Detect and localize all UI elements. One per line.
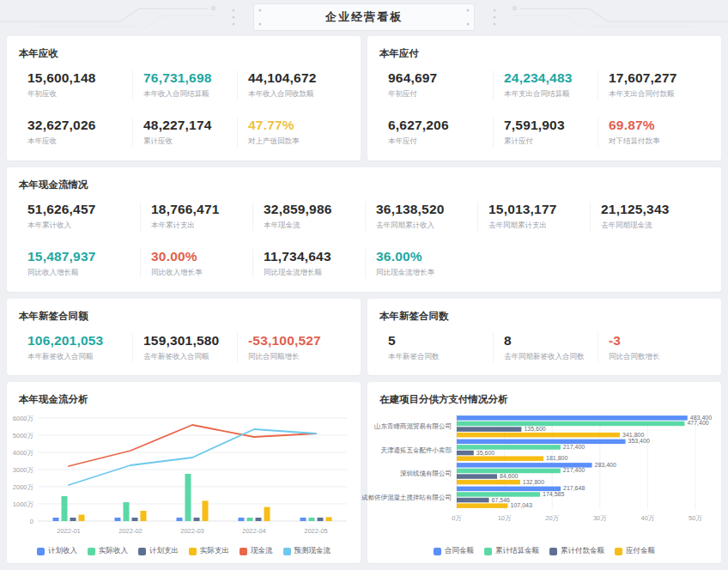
category-label: 深圳线缆有限公司	[400, 470, 452, 477]
stat-item: 18,766,471本年累计支出	[140, 202, 252, 231]
bar-segment	[457, 427, 521, 432]
value-label: 477,400	[687, 420, 708, 426]
legend-label: 计划收入	[48, 546, 77, 556]
stat-label: 本年新签合同数	[388, 352, 493, 362]
legend-item[interactable]: 累计付款金额	[549, 546, 604, 556]
supplier-payment-bar-chart: 0万10万20万30万40万50万山东青瞳商混贸易有限公司483,400477,…	[367, 408, 721, 526]
legend-item[interactable]: 计划支出	[138, 546, 179, 556]
contract-amount-card-title: 本年新签合同额	[7, 299, 361, 323]
bar-segment	[457, 440, 625, 444]
cashflow-chart-canvas: 01000万2000万3000万4000万5000万6000万2022-0120…	[7, 408, 361, 537]
legend-label: 累计结算金额	[495, 546, 539, 556]
contract-amount-stats: 106,201,053本年新签收入合同额159,301,580去年新签收入合同额…	[7, 323, 361, 362]
bar-segment	[194, 518, 200, 521]
bar-segment	[256, 518, 262, 521]
legend-label: 合同金额	[445, 546, 474, 556]
stat-label: 本年现金流	[264, 221, 365, 231]
stat-item: 47.77%对上产值回款率	[237, 118, 342, 147]
value-label: 283,400	[595, 462, 616, 468]
x-axis-label: 2022-02	[118, 527, 143, 535]
y-axis-label: 1000万	[13, 500, 34, 508]
stat-value: 11,734,643	[264, 249, 365, 264]
bar-segment	[203, 500, 209, 521]
legend-item[interactable]: 实际支出	[189, 546, 229, 556]
stat-value: -3	[609, 333, 702, 349]
stat-label: 去年新签收入合同额	[143, 352, 237, 362]
legend-item[interactable]: 预测现金流	[283, 546, 331, 556]
value-label: 132,800	[523, 479, 544, 485]
x-axis-label: 2022-05	[304, 527, 328, 535]
stat-value: 48,227,174	[143, 118, 237, 133]
bar-segment	[318, 518, 324, 521]
stat-value: 47.77%	[248, 118, 342, 133]
legend-item[interactable]: 累计结算金额	[484, 546, 539, 556]
stat-item: 6,627,206本年应付	[388, 118, 493, 147]
bar-segment	[124, 502, 130, 521]
stat-label: 对上产值回款率	[248, 136, 342, 147]
stat-value: 15,487,937	[27, 249, 140, 264]
stat-value: 36.00%	[376, 249, 477, 264]
stat-label: 同比现金流增长率	[376, 268, 477, 278]
card-new-contract-count: 本年新签合同数 5本年新签合同数8去年同期新签收入合同数-3同比合同数增长	[367, 299, 721, 375]
stat-value: 21,125,343	[601, 202, 702, 217]
legend-swatch	[189, 548, 197, 555]
page-title: 企业经营看板	[253, 3, 475, 31]
value-label: 353,400	[628, 438, 649, 444]
bar-segment	[132, 518, 138, 521]
stat-item: 44,104,672本年收入合同收款额	[237, 70, 342, 100]
legend-label: 累计付款金额	[561, 546, 604, 556]
bar-segment	[185, 474, 191, 521]
receivable-stats: 15,600,148年初应收76,731,698本年收入合同结算额44,104,…	[7, 60, 361, 147]
bar-segment	[177, 518, 183, 521]
stat-item: 24,234,483本年支出合同结算额	[493, 70, 598, 100]
x-axis-label: 2022-03	[180, 527, 204, 535]
y-axis-label: 4000万	[13, 449, 34, 457]
value-label: 217,648	[563, 485, 585, 491]
legend-swatch	[484, 548, 492, 555]
legend-swatch	[240, 548, 247, 555]
supplier-chart-canvas: 0万10万20万30万40万50万山东青瞳商混贸易有限公司483,400477,…	[367, 408, 721, 526]
supplier-chart-title: 在建项目分供方支付情况分析	[367, 382, 721, 406]
value-label: 107,043	[511, 502, 532, 508]
value-label: 217,400	[563, 444, 585, 450]
bar-segment	[457, 480, 520, 485]
x-axis-label: 20万	[545, 514, 559, 522]
legend-swatch	[549, 548, 557, 555]
stat-item: 159,301,580去年新签收入合同额	[132, 333, 237, 362]
bar-segment	[79, 515, 85, 521]
card-payable: 本年应付 964,697年初应付24,234,483本年支出合同结算额17,60…	[367, 36, 721, 161]
stat-value: 32,627,026	[27, 118, 132, 133]
stat-value: 24,234,483	[504, 70, 598, 86]
legend-swatch	[615, 548, 622, 555]
bar-segment	[247, 518, 253, 521]
header-decoration-right	[479, 0, 728, 34]
card-supplier-payment-chart: 在建项目分供方支付情况分析 0万10万20万30万40万50万山东青瞳商混贸易有…	[367, 382, 721, 563]
stat-value: 106,201,053	[27, 333, 132, 349]
legend-item[interactable]: 计划收入	[37, 546, 77, 556]
legend-item[interactable]: 实际收入	[88, 546, 128, 556]
stat-item: 32,859,986本年现金流	[252, 202, 365, 231]
payable-card-title: 本年应付	[367, 36, 721, 60]
bar-segment	[309, 518, 315, 521]
dashboard-page: 企业经营看板 本年应收 15,600,148年初应收76,731,698本年收入…	[0, 0, 728, 570]
contract-count-stats: 5本年新签合同数8去年同期新签收入合同数-3同比合同数增长	[367, 323, 721, 362]
bar-segment	[62, 496, 68, 521]
bar-segment	[239, 518, 245, 521]
stat-item: 51,626,457本年累计收入	[27, 202, 140, 231]
stat-label: 本年累计支出	[151, 221, 252, 231]
legend-swatch	[37, 548, 45, 555]
stat-item: 15,600,148年初应收	[27, 70, 132, 100]
stat-label: 累计应收	[143, 136, 237, 147]
legend-label: 应付金额	[626, 546, 655, 556]
legend-item[interactable]: 合同金额	[434, 546, 474, 556]
stat-label: 年初应收	[27, 89, 132, 100]
legend-label: 实际支出	[200, 546, 229, 556]
legend-item[interactable]: 应付金额	[615, 546, 655, 556]
stat-value: 964,697	[388, 70, 493, 86]
stat-value: 36,138,520	[376, 202, 477, 217]
legend-item[interactable]: 现金流	[240, 546, 273, 556]
stat-item: 36,138,520去年同期累计收入	[365, 202, 477, 231]
stat-item: 69.87%对下结算付款率	[598, 118, 702, 147]
bar-segment	[457, 498, 489, 503]
bar-segment	[457, 421, 684, 427]
